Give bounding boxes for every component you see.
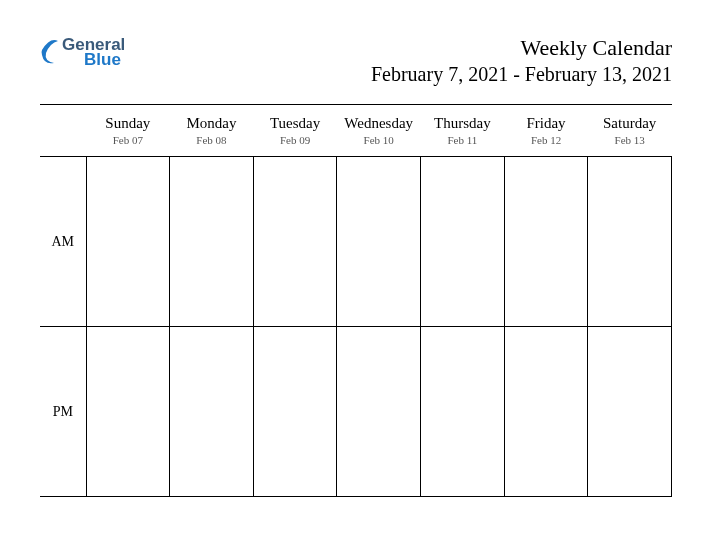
day-name: Sunday: [86, 115, 170, 132]
day-header: Sunday Feb 07: [86, 111, 170, 157]
row-label-am: AM: [40, 157, 86, 327]
day-date: Feb 09: [253, 134, 337, 146]
pm-row: PM: [40, 327, 672, 497]
day-name: Monday: [170, 115, 254, 132]
day-date: Feb 12: [504, 134, 588, 146]
corner-cell: [40, 111, 86, 157]
calendar-cell[interactable]: [504, 327, 588, 497]
day-date: Feb 10: [337, 134, 421, 146]
day-date: Feb 07: [86, 134, 170, 146]
title-block: Weekly Calendar February 7, 2021 - Febru…: [371, 35, 672, 86]
calendar-cell[interactable]: [170, 327, 254, 497]
header-rule: [40, 104, 672, 105]
calendar-cell[interactable]: [86, 327, 170, 497]
logo: General Blue: [40, 35, 125, 68]
calendar-table: Sunday Feb 07 Monday Feb 08 Tuesday Feb …: [40, 111, 672, 497]
page-title: Weekly Calendar: [371, 35, 672, 61]
day-date: Feb 11: [421, 134, 505, 146]
calendar-cell[interactable]: [253, 327, 337, 497]
am-row: AM: [40, 157, 672, 327]
calendar-cell[interactable]: [588, 157, 672, 327]
day-name: Friday: [504, 115, 588, 132]
day-name: Wednesday: [337, 115, 421, 132]
day-header: Wednesday Feb 10: [337, 111, 421, 157]
day-header: Monday Feb 08: [170, 111, 254, 157]
day-name: Saturday: [588, 115, 672, 132]
calendar-cell[interactable]: [337, 327, 421, 497]
calendar-cell[interactable]: [421, 157, 505, 327]
day-header: Tuesday Feb 09: [253, 111, 337, 157]
day-date: Feb 13: [588, 134, 672, 146]
logo-text-blue: Blue: [84, 51, 125, 68]
day-name: Tuesday: [253, 115, 337, 132]
day-header: Saturday Feb 13: [588, 111, 672, 157]
date-range: February 7, 2021 - February 13, 2021: [371, 63, 672, 86]
day-header: Friday Feb 12: [504, 111, 588, 157]
calendar-cell[interactable]: [86, 157, 170, 327]
row-label-pm: PM: [40, 327, 86, 497]
header: General Blue Weekly Calendar February 7,…: [40, 35, 672, 86]
day-name: Thursday: [421, 115, 505, 132]
calendar-cell[interactable]: [504, 157, 588, 327]
calendar-cell[interactable]: [421, 327, 505, 497]
calendar-cell[interactable]: [337, 157, 421, 327]
day-header: Thursday Feb 11: [421, 111, 505, 157]
calendar-cell[interactable]: [588, 327, 672, 497]
header-row: Sunday Feb 07 Monday Feb 08 Tuesday Feb …: [40, 111, 672, 157]
calendar-cell[interactable]: [253, 157, 337, 327]
day-date: Feb 08: [170, 134, 254, 146]
logo-swoosh-icon: [40, 35, 60, 68]
calendar-cell[interactable]: [170, 157, 254, 327]
